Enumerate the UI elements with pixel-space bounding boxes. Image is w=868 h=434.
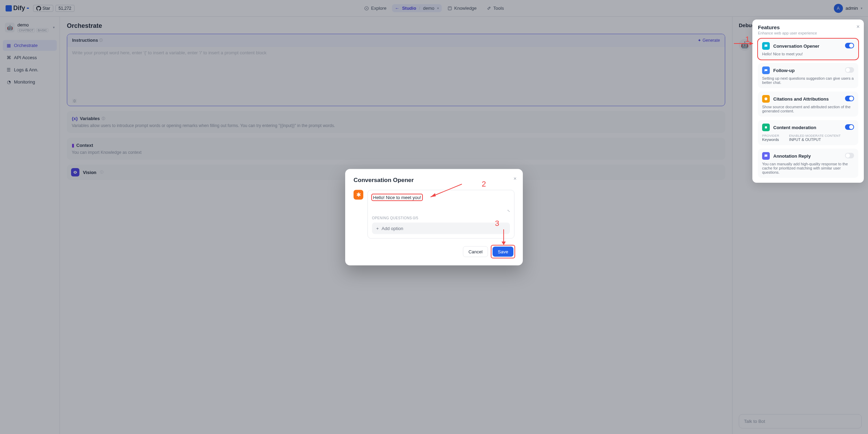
feature-name: Citations and Attributions: [773, 96, 829, 102]
features-subtitle: Enhance web app user experience: [758, 31, 858, 35]
feature-followup[interactable]: Follow-up Setting up next questions sugg…: [758, 63, 858, 88]
feature-desc: You can manually add high-quality respon…: [762, 162, 854, 174]
feature-annotation[interactable]: Annotation Reply You can manually add hi…: [758, 149, 858, 178]
enabled-value: INPUT & OUTPUT: [789, 137, 840, 142]
svg-rect-4: [765, 126, 767, 128]
feature-name: Annotation Reply: [773, 153, 811, 159]
provider-key: PROVIDER: [762, 134, 779, 137]
toggle-moderation[interactable]: [845, 124, 854, 130]
feature-citations[interactable]: Citations and Attributions Show source d…: [758, 92, 858, 117]
save-button[interactable]: Save: [493, 246, 513, 257]
toggle-followup[interactable]: [845, 67, 854, 73]
provider-value: Keywords: [762, 137, 779, 142]
features-panel: Features Enhance web app user experience…: [752, 19, 864, 183]
svg-point-3: [765, 97, 767, 100]
save-highlight: Save: [491, 245, 514, 258]
feature-name: Follow-up: [773, 68, 795, 73]
opener-text-value: Hello! Nice to meet you!: [372, 194, 422, 200]
conversation-opener-modal: Conversation Opener × ✱ Hello! Nice to m…: [345, 169, 523, 265]
feature-moderation[interactable]: Content moderation PROVIDER Keywords ENA…: [758, 120, 858, 145]
close-icon[interactable]: ×: [857, 24, 860, 30]
add-option-button[interactable]: + Add option: [372, 222, 510, 234]
opening-questions-label: OPENING QUESTIONS·0/5: [372, 216, 510, 220]
feature-conversation-opener[interactable]: Conversation Opener Hello! Nice to meet …: [758, 39, 858, 60]
citations-icon: [762, 95, 770, 103]
enabled-key: ENABLED MODERATE CONTENT: [789, 134, 840, 137]
modal-title: Conversation Opener: [354, 176, 514, 183]
toggle-annotation[interactable]: [845, 153, 854, 158]
shield-icon: [762, 124, 770, 131]
close-icon[interactable]: ×: [513, 175, 517, 181]
toggle-conversation-opener[interactable]: [845, 43, 854, 48]
followup-icon: [762, 66, 770, 74]
feature-name: Content moderation: [773, 125, 816, 130]
resize-handle-icon[interactable]: ⤡: [372, 208, 510, 212]
plus-icon: +: [376, 226, 379, 231]
feature-desc: Hello! Nice to meet you!: [762, 52, 854, 56]
toggle-citations[interactable]: [845, 96, 854, 101]
chat-icon: [762, 42, 770, 50]
feature-desc: Show source document and attributed sect…: [762, 105, 854, 113]
opener-text-input[interactable]: Hello! Nice to meet you! ⤡ OPENING QUEST…: [367, 190, 514, 238]
cancel-button[interactable]: Cancel: [463, 246, 488, 257]
add-option-label: Add option: [382, 226, 403, 231]
features-title: Features: [758, 24, 858, 30]
feature-desc: Setting up next questions suggestion can…: [762, 76, 854, 85]
asterisk-icon: ✱: [354, 190, 363, 199]
feature-name: Conversation Opener: [773, 44, 819, 49]
annotation-icon: [762, 152, 770, 160]
